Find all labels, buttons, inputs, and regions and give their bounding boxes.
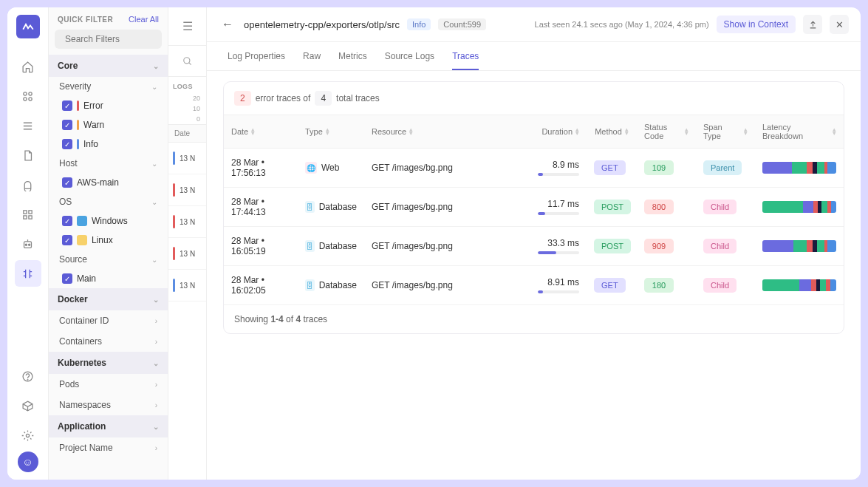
col-type[interactable]: Type▴▾: [298, 115, 364, 148]
logo[interactable]: [16, 15, 40, 38]
cell-date: 28 Mar • 16:05:19: [224, 227, 298, 265]
table-header: Date▴▾Type▴▾Resource▴▾Duration▴▾Method▴▾…: [224, 115, 844, 149]
cell-duration: 33.3 ms: [520, 229, 587, 263]
cell-status: 800: [637, 191, 696, 223]
tab-metrics[interactable]: Metrics: [338, 42, 367, 70]
filter-source[interactable]: ✓Main: [49, 269, 168, 288]
back-button[interactable]: ←: [219, 15, 236, 34]
filter-severity-info[interactable]: ✓Info: [49, 134, 168, 154]
checkbox-icon[interactable]: ✓: [62, 235, 72, 245]
logs-label: LOGS: [168, 77, 206, 93]
filter-severity-error[interactable]: ✓Error: [49, 96, 168, 115]
svg-point-0: [24, 92, 27, 95]
filter-severity-warn[interactable]: ✓Warn: [49, 115, 168, 134]
log-row-stub[interactable]: 13 N: [168, 143, 206, 174]
subsection-host[interactable]: Host⌄: [49, 154, 168, 173]
nav-file-icon[interactable]: [15, 142, 41, 168]
col-latency breakdown[interactable]: Latency Breakdown▴▾: [755, 115, 844, 148]
trace-row[interactable]: 28 Mar • 17:44:13 🗄Database GET /images/…: [224, 188, 844, 227]
clear-all-link[interactable]: Clear All: [129, 15, 159, 24]
log-row-stub[interactable]: 13 N: [168, 238, 206, 270]
log-row-stub[interactable]: 13 N: [168, 270, 206, 302]
table-footer: Showing 1-4 of 4 traces: [224, 305, 844, 333]
hamburger-icon[interactable]: ☰: [168, 7, 206, 46]
export-icon[interactable]: [803, 15, 822, 34]
k8s-item[interactable]: Namespaces›: [49, 395, 168, 415]
section-application[interactable]: Application⌄: [49, 415, 168, 437]
nav-traces-icon[interactable]: [15, 260, 41, 287]
log-row-stub[interactable]: 13 N: [168, 206, 206, 238]
col-resource[interactable]: Resource▴▾: [364, 115, 520, 148]
nav-gear-icon[interactable]: [15, 422, 41, 449]
k8s-item[interactable]: Pods›: [49, 374, 168, 395]
cell-resource: GET /images/bg.png: [364, 193, 520, 221]
tab-traces[interactable]: Traces: [452, 42, 479, 70]
last-seen-text: Last seen 24.1 secs ago (May 1, 2024, 4:…: [535, 20, 709, 29]
nav-home-icon[interactable]: [15, 53, 41, 80]
svg-point-13: [26, 434, 29, 437]
cell-status: 109: [637, 151, 696, 184]
col-status code[interactable]: Status Code▴▾: [637, 115, 696, 148]
close-icon[interactable]: ✕: [830, 15, 849, 34]
trace-row[interactable]: 28 Mar • 17:56:13 🌐Web GET /images/bg.pn…: [224, 149, 844, 188]
tab-log properties[interactable]: Log Properties: [228, 42, 285, 70]
filter-sidebar: QUICK FILTER Clear All Core⌄ Severity⌄ ✓…: [49, 7, 168, 480]
col-date[interactable]: Date▴▾: [224, 115, 298, 148]
trace-row[interactable]: 28 Mar • 16:02:05 🗄Database GET /images/…: [224, 266, 844, 305]
filter-os-linux[interactable]: ✓Linux: [49, 231, 168, 250]
trace-row[interactable]: 28 Mar • 16:05:19 🗄Database GET /images/…: [224, 227, 844, 266]
docker-item[interactable]: Containers›: [49, 331, 168, 352]
type-icon: 🌐: [305, 162, 317, 174]
cell-duration: 8.91 ms: [520, 268, 587, 302]
checkbox-icon[interactable]: ✓: [62, 273, 72, 284]
cell-date: 28 Mar • 17:44:13: [224, 188, 298, 226]
nav-bell-icon[interactable]: [15, 171, 41, 198]
docker-item[interactable]: Container ID›: [49, 310, 168, 331]
subsection-source[interactable]: Source⌄: [49, 250, 168, 269]
filter-host[interactable]: ✓AWS-main: [49, 173, 168, 192]
svg-point-10: [29, 244, 30, 245]
cell-type: 🗄Database: [298, 192, 364, 222]
section-core[interactable]: Core⌄: [49, 55, 168, 77]
search-icon[interactable]: [168, 46, 206, 77]
filter-os-windows[interactable]: ✓Windows: [49, 211, 168, 231]
date-header[interactable]: Date: [168, 124, 206, 143]
nav-box-icon[interactable]: [15, 392, 41, 419]
cell-resource: GET /images/bg.png: [364, 271, 520, 299]
subsection-severity[interactable]: Severity⌄: [49, 77, 168, 96]
nav-list-icon[interactable]: [15, 112, 41, 139]
cell-latency: [755, 192, 844, 222]
cell-method: GET: [587, 151, 637, 184]
checkbox-icon[interactable]: ✓: [62, 216, 72, 226]
type-icon: 🗄: [305, 279, 315, 291]
cell-status: 180: [637, 269, 696, 302]
tab-source logs[interactable]: Source Logs: [385, 42, 434, 70]
checkbox-icon[interactable]: ✓: [62, 120, 72, 130]
section-kubernetes[interactable]: Kubernetes⌄: [49, 352, 168, 374]
checkbox-icon[interactable]: ✓: [62, 139, 72, 149]
nav-grid-icon[interactable]: [15, 201, 41, 228]
nav-apps-icon[interactable]: [15, 83, 41, 109]
cell-status: 909: [637, 230, 696, 262]
tab-raw[interactable]: Raw: [303, 42, 321, 70]
subsection-os[interactable]: OS⌄: [49, 192, 168, 211]
breadcrumb-path: opentelemetry-cpp/exporters/otlp/src: [244, 19, 400, 30]
info-badge: Info: [407, 18, 431, 30]
cell-latency: [755, 231, 844, 261]
cell-method: POST: [587, 191, 637, 223]
cell-duration: 8.9 ms: [520, 151, 587, 185]
nav-bot-icon[interactable]: [15, 231, 41, 257]
col-method[interactable]: Method▴▾: [587, 115, 637, 148]
section-docker[interactable]: Docker⌄: [49, 288, 168, 310]
nav-help-icon[interactable]: [15, 363, 41, 389]
avatar[interactable]: ☺: [18, 452, 38, 472]
svg-point-2: [24, 97, 27, 100]
checkbox-icon[interactable]: ✓: [62, 177, 72, 188]
col-duration[interactable]: Duration▴▾: [520, 115, 587, 148]
col-span type[interactable]: Span Type▴▾: [696, 115, 755, 148]
log-row-stub[interactable]: 13 N: [168, 174, 206, 206]
app-item[interactable]: Project Name›: [49, 437, 168, 458]
show-in-context-button[interactable]: Show in Context: [717, 16, 796, 33]
checkbox-icon[interactable]: ✓: [62, 101, 72, 111]
search-filters-input[interactable]: [55, 30, 162, 49]
